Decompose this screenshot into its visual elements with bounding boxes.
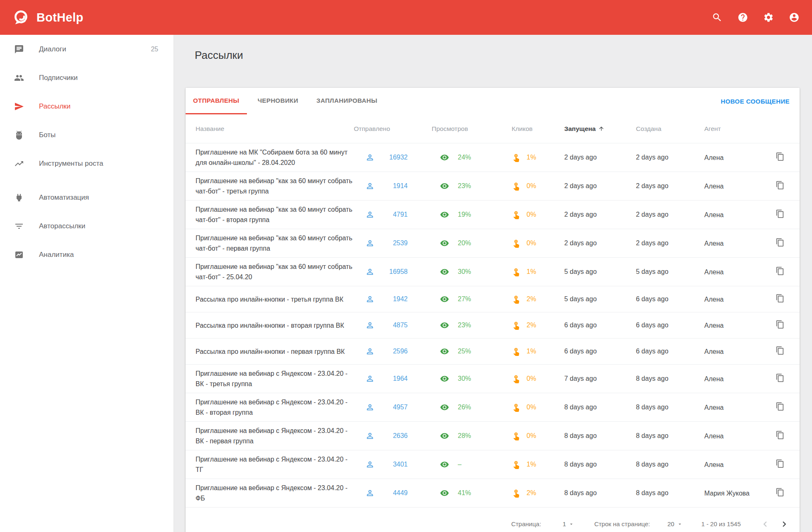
sent-cell: 3401	[365, 460, 440, 469]
copy-button[interactable]	[776, 319, 785, 329]
views-cell: 20%	[440, 239, 512, 248]
subscriber-person-icon	[365, 239, 375, 248]
filter-list-icon	[14, 221, 24, 231]
copy-button[interactable]	[776, 459, 785, 469]
touch-click-icon	[512, 239, 521, 248]
chat-icon	[14, 44, 24, 54]
copy-button[interactable]	[776, 152, 785, 162]
launched-date: 8 days ago	[564, 489, 636, 497]
copy-button[interactable]	[776, 401, 785, 411]
sidebar-item-analytics[interactable]: Аналитика	[0, 240, 174, 269]
table-row[interactable]: Приглашение на вебинар с Яндексом - 23.0…	[186, 393, 800, 421]
eye-icon	[440, 267, 449, 276]
launched-date: 2 days ago	[564, 211, 636, 218]
column-header-views[interactable]: Просмотров	[432, 125, 512, 133]
copy-button[interactable]	[776, 346, 785, 355]
group-icon	[14, 73, 24, 83]
tab-scheduled[interactable]: ЗАПЛАНИРОВАНЫ	[309, 88, 385, 114]
sent-cell: 1914	[365, 181, 440, 191]
views-cell: 26%	[440, 403, 512, 412]
table-row[interactable]: Приглашение на вебинар с Яндексом - 23.0…	[186, 450, 800, 479]
eye-icon	[440, 347, 449, 356]
created-date: 2 days ago	[636, 182, 704, 190]
copy-button[interactable]	[776, 373, 785, 383]
column-header-launched[interactable]: Запущена	[564, 125, 636, 133]
launched-date: 6 days ago	[564, 348, 636, 355]
table-row[interactable]: Приглашение на вебинар "как за 60 минут …	[186, 229, 800, 257]
column-header-agent[interactable]: Агент	[704, 125, 776, 133]
copy-button[interactable]	[776, 293, 785, 303]
next-page-button[interactable]	[779, 519, 790, 530]
previous-page-button[interactable]	[760, 519, 771, 530]
views-percent: 27%	[458, 295, 471, 303]
touch-click-icon	[512, 431, 521, 440]
clicks-percent: 0%	[527, 239, 536, 247]
broadcast-name: Приглашение на вебинар с Яндексом - 23.0…	[196, 365, 365, 393]
copy-button[interactable]	[776, 209, 785, 219]
clicks-percent: 0%	[527, 182, 536, 190]
views-cell: 19%	[440, 210, 512, 219]
subscriber-person-icon	[365, 403, 375, 412]
views-cell: 41%	[440, 488, 512, 498]
column-header-sent[interactable]: Отправлено	[354, 125, 440, 133]
table-row[interactable]: Рассылка про инлайн-кнопки - первая груп…	[186, 338, 800, 364]
created-date: 2 days ago	[636, 154, 704, 161]
table-row[interactable]: Рассылка про инлайн-кнопки - третья груп…	[186, 286, 800, 312]
help-icon[interactable]	[737, 12, 748, 23]
table-row[interactable]: Приглашение на вебинар "как за 60 минут …	[186, 200, 800, 229]
table-row[interactable]: Приглашение на вебинар с Яндексом - 23.0…	[186, 364, 800, 393]
copy-icon	[776, 488, 785, 497]
new-message-button[interactable]: НОВОЕ СООБЩЕНИЕ	[721, 98, 790, 105]
launched-date: 6 days ago	[564, 322, 636, 329]
sidebar-item-subscribers[interactable]: Подписчики	[0, 63, 174, 92]
sidebar-item-automation[interactable]: Автоматизация	[0, 183, 174, 212]
sent-count: 1942	[380, 295, 408, 303]
copy-button[interactable]	[776, 266, 785, 276]
table-body: Приглашение на МК "Собираем бота за 60 м…	[186, 143, 800, 507]
broadcast-name: Рассылка про инлайн-кнопки - первая груп…	[196, 343, 365, 360]
copy-button[interactable]	[776, 180, 785, 190]
table-row[interactable]: Приглашение на вебинар с Яндексом - 23.0…	[186, 479, 800, 507]
search-icon[interactable]	[712, 12, 723, 23]
table-row[interactable]: Приглашение на вебинар "как за 60 минут …	[186, 172, 800, 200]
sidebar-item-broadcasts[interactable]: Рассылки	[0, 92, 174, 121]
sidebar-item-growth-tools[interactable]: Инструменты роста	[0, 149, 174, 178]
account-icon[interactable]	[789, 12, 800, 23]
views-cell: 25%	[440, 347, 512, 356]
sidebar-item-label: Авторассылки	[39, 222, 85, 230]
copy-button[interactable]	[776, 430, 785, 440]
touch-click-icon	[512, 488, 521, 498]
column-header-name[interactable]: Название	[196, 125, 365, 133]
clicks-percent: 0%	[527, 375, 536, 382]
table-row[interactable]: Приглашение на вебинар "как за 60 минут …	[186, 257, 800, 286]
launched-date: 2 days ago	[564, 182, 636, 190]
eye-icon	[440, 321, 449, 330]
tab-drafts[interactable]: ЧЕРНОВИКИ	[250, 88, 306, 114]
settings-gear-icon[interactable]	[763, 12, 774, 23]
sidebar-item-bots[interactable]: Боты	[0, 121, 174, 149]
sent-cell: 4957	[365, 403, 440, 412]
tab-sent[interactable]: ОТПРАВЛЕНЫ	[186, 88, 247, 114]
sidebar-item-label: Рассылки	[39, 102, 70, 111]
sidebar-item-dialogs[interactable]: Диалоги 25	[0, 35, 174, 63]
eye-icon	[440, 181, 449, 191]
eye-icon	[440, 403, 449, 412]
table-row[interactable]: Приглашение на вебинар с Яндексом - 23.0…	[186, 421, 800, 450]
sent-cell: 4449	[365, 488, 440, 498]
launched-date: 7 days ago	[564, 375, 636, 382]
page-select[interactable]: 1	[563, 520, 574, 527]
rows-per-page-select[interactable]: 20	[667, 520, 683, 527]
sent-cell: 4875	[365, 321, 440, 330]
sent-cell: 1964	[365, 374, 440, 383]
appbar-actions	[712, 12, 800, 23]
table-row[interactable]: Рассылка про инлайн-кнопки - вторая груп…	[186, 312, 800, 338]
copy-button[interactable]	[776, 237, 785, 247]
copy-button[interactable]	[776, 487, 785, 497]
column-header-clicks[interactable]: Кликов	[512, 125, 564, 133]
table-row[interactable]: Приглашение на МК "Собираем бота за 60 м…	[186, 143, 800, 172]
column-header-created[interactable]: Создана	[636, 125, 704, 133]
copy-icon	[776, 181, 785, 190]
bothelp-logo[interactable]: BotHelp	[12, 8, 83, 27]
power-plug-icon	[14, 193, 24, 203]
sidebar-item-auto-broadcasts[interactable]: Авторассылки	[0, 212, 174, 240]
